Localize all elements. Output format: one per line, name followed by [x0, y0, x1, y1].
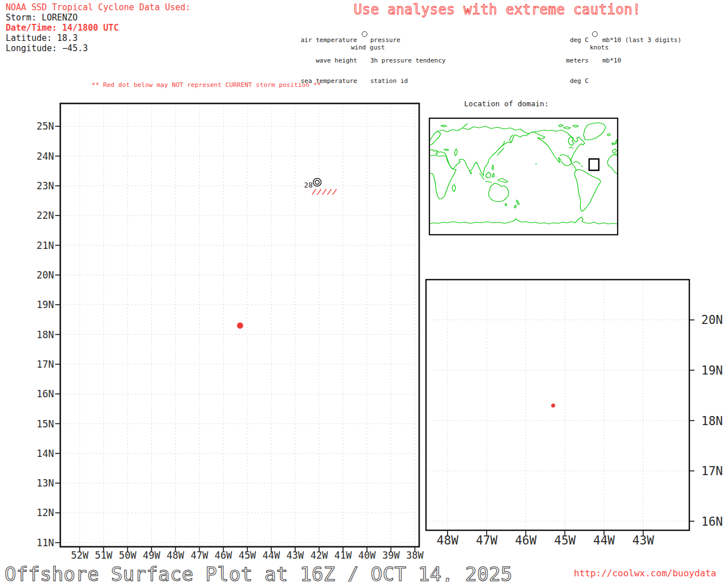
caution-headline: Use analyses with extreme caution!: [354, 2, 641, 18]
coastline: [564, 127, 570, 129]
coastline: [614, 140, 617, 144]
coastline: [559, 124, 563, 127]
coastline: [574, 169, 601, 211]
storm-position-dot: [237, 322, 243, 329]
x-tick-label: 47W: [476, 534, 498, 547]
x-tick-label: 51W: [95, 550, 113, 561]
missing-data-slash: [317, 189, 321, 195]
y-tick-label: 14N: [36, 448, 54, 459]
unit-knots: knots: [590, 44, 609, 51]
x-tick-label: 46W: [214, 550, 232, 561]
missing-data-slash: [328, 189, 332, 195]
x-tick-label: 39W: [382, 550, 400, 561]
coastline: [584, 123, 606, 140]
x-tick-label: 48W: [167, 550, 184, 561]
buoy-station-plot: 28: [304, 178, 337, 195]
storm-name-line: Storm: LORENZO: [6, 13, 77, 23]
y-tick-label: 20N: [701, 313, 723, 327]
y-tick-label: 25N: [36, 120, 54, 132]
locator-frame: [429, 118, 618, 235]
x-tick-label: 49W: [143, 550, 160, 561]
coastline: [581, 165, 582, 167]
coastline: [568, 136, 574, 146]
y-tick-label: 19N: [701, 364, 723, 377]
x-tick-label: 47W: [191, 550, 208, 561]
x-tick-label: 43W: [287, 550, 304, 561]
x-tick-label: 46W: [515, 534, 536, 547]
units-legend-right-column: mb*10 (last 3 digits) mb*10: [602, 23, 681, 78]
unit-deg-c-air: deg C: [512, 37, 589, 44]
y-tick-label: 16N: [701, 515, 723, 529]
missing-data-slash: [322, 189, 326, 195]
storm-position-dot: [551, 404, 555, 408]
coastline: [436, 150, 437, 155]
coastline: [454, 149, 457, 156]
locator-map-title: Location of domain:: [464, 99, 549, 108]
x-tick-label: 44W: [593, 534, 615, 547]
coastline: [429, 142, 511, 176]
x-tick-label: 50W: [119, 550, 136, 561]
coastline: [437, 126, 529, 134]
legend-station-id: station id: [370, 78, 445, 85]
main-map: 52W51W50W49W48W47W46W45W44W43W42W41W40W3…: [36, 103, 424, 561]
coastline: [505, 203, 507, 206]
station-air-temperature: 28: [304, 181, 313, 189]
x-tick-label: 43W: [632, 534, 654, 547]
coastline: [429, 131, 441, 146]
x-tick-label: 45W: [238, 550, 256, 561]
coastline: [489, 183, 508, 202]
coastline: [444, 149, 449, 151]
missing-data-slash: [333, 189, 337, 195]
coastline: [429, 217, 618, 224]
coastline: [516, 200, 519, 205]
y-tick-label: 18N: [701, 414, 723, 428]
coastline: [607, 134, 610, 136]
station-inner-circle-icon: [315, 180, 319, 184]
y-tick-label: 23N: [36, 180, 54, 192]
latitude-line: Latitude: 18.3: [6, 33, 77, 43]
datetime-line: Date/Time: 14/1800 UTC: [6, 23, 119, 33]
coastline: [607, 154, 618, 174]
coastline: [514, 205, 516, 208]
coastline: [573, 125, 578, 127]
domain-box: [589, 159, 599, 171]
legend-pressure: pressure: [370, 37, 445, 44]
unit-pressure: mb*10 (last 3 digits): [602, 37, 681, 44]
coastline: [485, 181, 492, 182]
missing-data-slash: [312, 189, 316, 195]
y-tick-label: 19N: [36, 299, 54, 310]
page-title: Offshore Surface Plot at 16Z / OCT 14, 2…: [5, 564, 512, 582]
coastline: [452, 185, 456, 192]
units-legend-left-column: deg C meters deg C: [512, 23, 589, 98]
x-tick-label: 45W: [554, 534, 576, 547]
coastline: [510, 134, 529, 143]
unit-pressure-tendency: mb*10: [602, 57, 681, 64]
legend-wind-gust: wind gust: [351, 44, 385, 51]
x-tick-label: 44W: [262, 550, 280, 561]
legend-pressure-tendency: 3h pressure tendency: [370, 57, 445, 64]
legend-air-temperature: air temperature: [239, 37, 357, 44]
station-circle-icon: [362, 31, 367, 37]
y-tick-label: 12N: [36, 507, 54, 518]
coastline: [497, 148, 504, 156]
y-tick-label: 16N: [36, 388, 54, 400]
coastline: [529, 132, 576, 171]
y-tick-label: 21N: [36, 240, 54, 251]
unit-deg-c-sea: deg C: [512, 78, 589, 85]
plot-frame: [426, 280, 689, 530]
legend-wave-height: wave height: [239, 57, 357, 64]
y-tick-label: 22N: [36, 210, 54, 221]
y-tick-label: 17N: [36, 359, 54, 370]
station-circle-icon: [592, 31, 598, 37]
y-tick-label: 15N: [36, 418, 54, 430]
coastline: [470, 172, 471, 174]
coastline: [498, 178, 508, 182]
y-tick-label: 24N: [36, 151, 54, 162]
y-tick-label: 18N: [36, 329, 54, 340]
y-tick-label: 13N: [36, 477, 54, 489]
coastline: [429, 155, 456, 199]
location-of-domain: [429, 118, 618, 235]
coastline: [441, 125, 446, 127]
longitude-line: Longitude: −45.3: [6, 43, 88, 53]
coastline: [569, 147, 573, 148]
